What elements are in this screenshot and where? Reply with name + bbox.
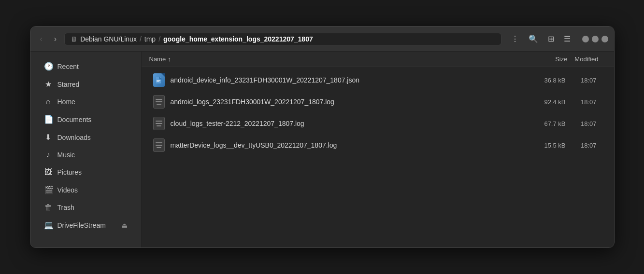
- sidebar-item-trash[interactable]: 🗑 Trash: [34, 199, 137, 216]
- file-name: android_device_info_23231FDH30001W_20221…: [167, 76, 517, 84]
- file-modified: 18:07: [566, 120, 604, 127]
- table-row[interactable]: android_logs_23231FDH30001W_20221207_180…: [143, 91, 612, 112]
- sidebar-item-recent[interactable]: 🕐 Recent: [34, 58, 137, 75]
- path-sep2: /: [158, 35, 160, 43]
- file-manager-window: ‹ › 🖥 Debian GNU/Linux / tmp / google_ho…: [30, 26, 615, 248]
- titlebar: ‹ › 🖥 Debian GNU/Linux / tmp / google_ho…: [30, 27, 614, 52]
- file-modified: 18:07: [566, 142, 604, 149]
- file-name: android_logs_23231FDH30001W_20221207_180…: [167, 98, 517, 106]
- sidebar-item-starred[interactable]: ★ Starred: [34, 76, 137, 93]
- pictures-icon: 🖼: [44, 168, 53, 177]
- window-controls: [582, 36, 608, 42]
- os-icon: 🖥: [71, 35, 77, 43]
- column-name[interactable]: Name ↑: [149, 55, 519, 63]
- file-icon-wrap: [151, 138, 167, 152]
- sidebar-item-downloads[interactable]: ⬇ Downloads: [34, 129, 137, 146]
- sidebar-item-home[interactable]: ⌂ Home: [34, 94, 137, 110]
- back-button[interactable]: ‹: [36, 33, 46, 45]
- path-bar[interactable]: 🖥 Debian GNU/Linux / tmp / google_home_e…: [64, 33, 501, 45]
- column-size[interactable]: Size: [519, 55, 568, 63]
- recent-icon: 🕐: [44, 62, 53, 71]
- file-icon-wrap: [151, 95, 167, 109]
- sidebar-item-videos[interactable]: 🎬 Videos: [34, 181, 137, 198]
- sidebar-label-trash: Trash: [57, 204, 74, 211]
- sidebar-label-drivefilestream: DriveFileStream: [57, 221, 106, 229]
- downloads-icon: ⬇: [44, 133, 53, 142]
- table-row[interactable]: android_device_info_23231FDH30001W_20221…: [143, 69, 612, 91]
- maximize-button[interactable]: [592, 36, 599, 42]
- view-list-button[interactable]: ☰: [560, 32, 574, 45]
- sidebar-label-videos: Videos: [57, 186, 78, 194]
- search-button[interactable]: 🔍: [525, 32, 542, 45]
- videos-icon: 🎬: [44, 185, 53, 194]
- file-name: cloud_logs_tester-2212_20221207_1807.log: [167, 120, 517, 127]
- sidebar-label-documents: Documents: [57, 116, 92, 123]
- sidebar-label-starred: Starred: [57, 81, 80, 88]
- log-file-icon: [153, 117, 165, 130]
- sidebar-label-home: Home: [57, 98, 75, 106]
- file-list-header: Name ↑ Size Modified: [142, 52, 614, 67]
- file-icon-wrap: [151, 73, 167, 87]
- sidebar-label-music: Music: [57, 151, 75, 159]
- menu-button[interactable]: ⋮: [507, 32, 523, 45]
- minimize-button[interactable]: [582, 36, 589, 42]
- music-icon: ♪: [44, 151, 53, 159]
- file-size: 92.4 kB: [517, 98, 566, 106]
- file-modified: 18:07: [566, 77, 604, 84]
- file-size: 15.5 kB: [517, 142, 566, 149]
- log-file-icon: [153, 95, 165, 109]
- column-modified[interactable]: Modified: [568, 55, 606, 63]
- main-content: 🕐 Recent ★ Starred ⌂ Home 📄 Documents ⬇ …: [30, 52, 614, 247]
- json-file-icon: [153, 73, 165, 87]
- table-row[interactable]: cloud_logs_tester-2212_20221207_1807.log…: [143, 113, 612, 134]
- sidebar-item-documents[interactable]: 📄 Documents: [34, 111, 137, 128]
- svg-rect-2: [157, 82, 159, 82]
- file-icon-wrap: [151, 117, 167, 130]
- eject-button-drivefilestream[interactable]: ⏏: [121, 221, 128, 229]
- forward-button[interactable]: ›: [50, 33, 60, 45]
- sidebar-item-music[interactable]: ♪ Music: [34, 147, 137, 163]
- path-sep1: /: [140, 35, 142, 43]
- path-current: google_home_extension_logs_20221207_1807: [163, 35, 313, 43]
- sidebar-label-downloads: Downloads: [57, 134, 91, 141]
- sidebar-label-pictures: Pictures: [57, 168, 82, 176]
- log-file-icon: [153, 138, 165, 152]
- close-button[interactable]: [601, 36, 608, 42]
- sidebar-drive-drivefilestream[interactable]: 💻 DriveFileStream ⏏: [34, 217, 137, 233]
- home-icon: ⌂: [44, 97, 53, 106]
- svg-rect-1: [157, 80, 160, 81]
- sidebar-item-pictures[interactable]: 🖼 Pictures: [34, 164, 137, 180]
- path-dir: tmp: [144, 35, 156, 43]
- sidebar: 🕐 Recent ★ Starred ⌂ Home 📄 Documents ⬇ …: [30, 52, 142, 247]
- sidebar-label-recent: Recent: [57, 63, 79, 70]
- documents-icon: 📄: [44, 115, 53, 124]
- file-list: android_device_info_23231FDH30001W_20221…: [142, 67, 614, 247]
- starred-icon: ★: [44, 80, 53, 89]
- file-area: Name ↑ Size Modified android_device_info…: [142, 52, 614, 247]
- view-grid-button[interactable]: ⊞: [544, 32, 558, 45]
- drivefilestream-icon: 💻: [44, 220, 53, 230]
- trash-icon: 🗑: [44, 203, 53, 212]
- titlebar-actions: ⋮ 🔍 ⊞ ☰: [507, 32, 574, 45]
- path-os: Debian GNU/Linux: [80, 35, 137, 43]
- file-size: 67.7 kB: [517, 120, 566, 127]
- table-row[interactable]: matterDevice_logs__dev_ttyUSB0_20221207_…: [143, 135, 612, 156]
- file-size: 36.8 kB: [517, 77, 566, 84]
- file-modified: 18:07: [566, 98, 604, 106]
- file-name: matterDevice_logs__dev_ttyUSB0_20221207_…: [167, 141, 517, 149]
